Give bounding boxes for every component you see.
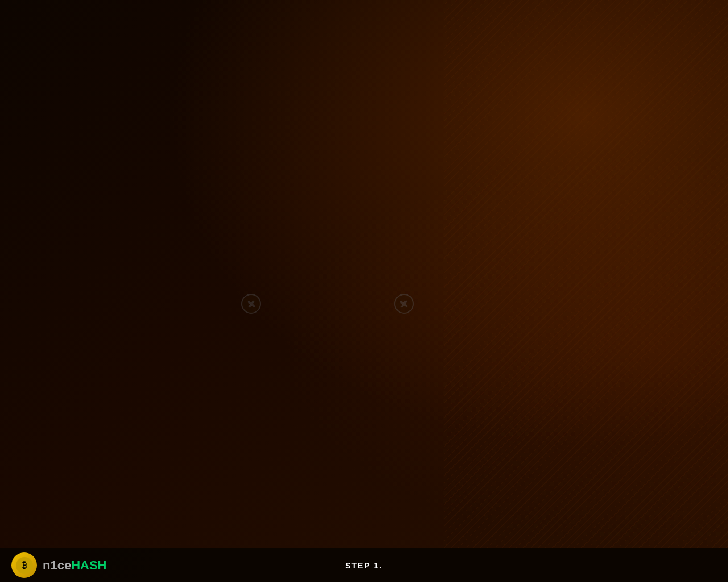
bottom-bar: ₿ n1ceHASH STEP 1.: [0, 548, 728, 582]
svg-text:₿: ₿: [22, 560, 27, 570]
nicehash-text: n1ceHASH: [43, 558, 107, 573]
nicehash-logo: ₿ n1ceHASH: [11, 552, 107, 578]
fan-icon-sys-fan2: [394, 294, 414, 314]
nicehash-coin-icon: ₿: [11, 552, 37, 578]
step-label: STEP 1.: [345, 561, 383, 570]
